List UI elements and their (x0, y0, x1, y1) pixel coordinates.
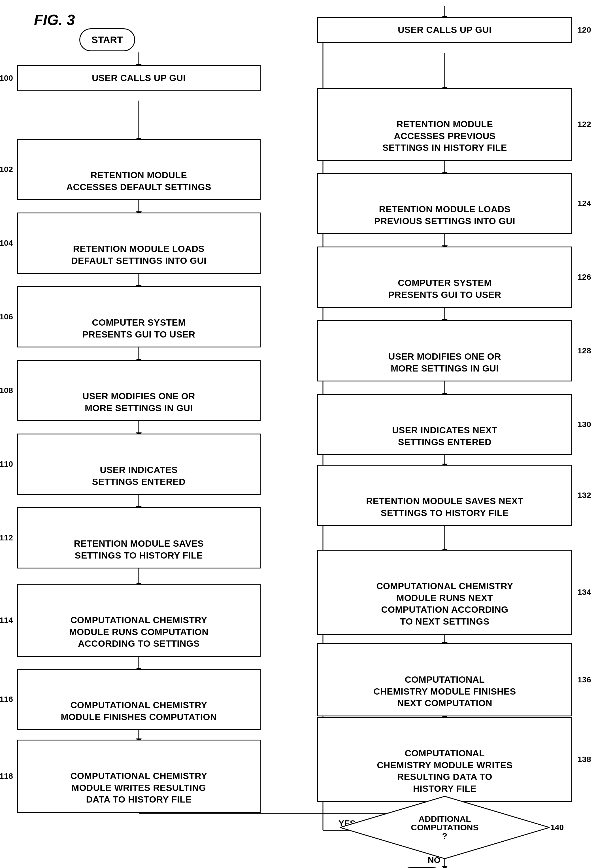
ref-110: 110 (0, 459, 13, 469)
ref-102: 102 (0, 165, 13, 175)
svg-text:ADDITIONAL: ADDITIONAL (419, 814, 471, 823)
lc-item-104: 104 RETENTION MODULE LOADS DEFAULT SETTI… (17, 213, 261, 274)
ref-114: 114 (0, 615, 13, 626)
ref-134: 134 (578, 587, 591, 597)
rc-item-132: 132 RETENTION MODULE SAVES NEXT SETTINGS… (317, 465, 572, 526)
lc-item-102: 102 RETENTION MODULE ACCESSES DEFAULT SE… (17, 139, 261, 200)
start-capsule: START (79, 28, 135, 51)
ref-100: 100 (0, 73, 13, 83)
ref-118: 118 (0, 771, 13, 781)
ref-108: 108 (0, 385, 13, 396)
ref-116: 116 (0, 694, 13, 705)
ref-120: 120 (578, 25, 591, 35)
ref-104: 104 (0, 238, 13, 248)
figure-title: FIG. 3 (34, 11, 75, 28)
ref-106: 106 (0, 312, 13, 322)
lc-item-110: 110 USER INDICATES SETTINGS ENTERED (17, 434, 261, 495)
rc-item-120: 120 USER CALLS UP GUI (317, 17, 572, 43)
rc-item-136: 136 COMPUTATIONAL CHEMISTRY MODULE FINIS… (317, 643, 572, 716)
lc-item-108: 108 USER MODIFIES ONE OR MORE SETTINGS I… (17, 360, 261, 421)
rc-item-122: 122 RETENTION MODULE ACCESSES PREVIOUS S… (317, 88, 572, 161)
ref-128: 128 (578, 346, 591, 356)
rc-item-130: 130 USER INDICATES NEXT SETTINGS ENTERED (317, 394, 572, 455)
lc-item-116: 116 COMPUTATIONAL CHEMISTRY MODULE FINIS… (17, 669, 261, 730)
lc-item-114: 114 COMPUTATIONAL CHEMISTRY MODULE RUNS … (17, 584, 261, 657)
ref-112: 112 (0, 533, 13, 543)
rc-item-134: 134 COMPUTATIONAL CHEMISTRY MODULE RUNS … (317, 550, 572, 635)
rc-item-128: 128 USER MODIFIES ONE OR MORE SETTINGS I… (317, 320, 572, 382)
rc-diamond-140: ADDITIONAL COMPUTATIONS ? 140 (340, 796, 550, 859)
ref-132: 132 (578, 490, 591, 500)
ref-138: 138 (578, 754, 591, 765)
page: FIG. 3 (0, 0, 598, 868)
rc-item-138: 138 COMPUTATIONAL CHEMISTRY MODULE WRITE… (317, 717, 572, 802)
diamond-shape: ADDITIONAL COMPUTATIONS ? (340, 796, 550, 859)
rc-item-126: 126 COMPUTER SYSTEM PRESENTS GUI TO USER (317, 247, 572, 308)
ref-124: 124 (578, 198, 591, 209)
ref-126: 126 (578, 272, 591, 282)
svg-text:COMPUTATIONS: COMPUTATIONS (411, 823, 479, 832)
svg-text:?: ? (442, 831, 447, 841)
lc-item-100: 100 USER CALLS UP GUI (17, 65, 261, 91)
ref-140: 140 (550, 823, 564, 832)
ref-122: 122 (578, 119, 591, 130)
ref-136: 136 (578, 675, 591, 685)
ref-130: 130 (578, 419, 591, 430)
lc-item-112: 112 RETENTION MODULE SAVES SETTINGS TO H… (17, 507, 261, 569)
lc-item-106: 106 COMPUTER SYSTEM PRESENTS GUI TO USER (17, 286, 261, 347)
lc-item-118: 118 COMPUTATIONAL CHEMISTRY MODULE WRITE… (17, 739, 261, 813)
rc-item-124: 124 RETENTION MODULE LOADS PREVIOUS SETT… (317, 173, 572, 234)
